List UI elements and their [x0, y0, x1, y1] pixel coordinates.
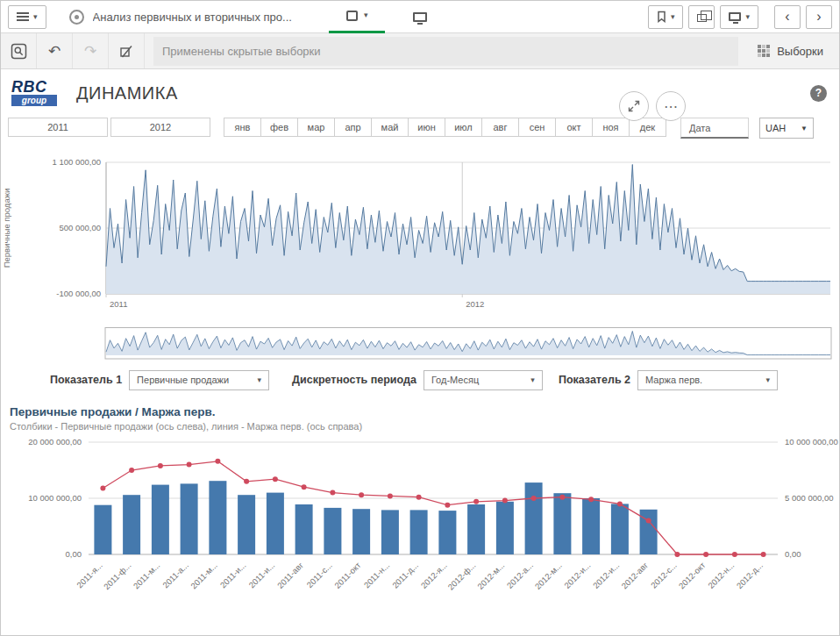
svg-text:10 000 000,00: 10 000 000,00 [785, 437, 838, 447]
period-value: Год-Месяц [431, 375, 479, 385]
selections-grid-icon [758, 45, 770, 57]
step-back-icon: ↶ [48, 42, 61, 61]
chevron-right-icon: › [816, 10, 821, 24]
svg-text:0,00: 0,00 [785, 549, 801, 559]
page-title: ДИНАМИКА [76, 83, 178, 104]
month-filter-mar[interactable]: мар [297, 118, 335, 137]
timeline-navigator[interactable] [1, 326, 839, 365]
month-filter-feb[interactable]: фев [260, 118, 298, 137]
svg-text:2011-ф...: 2011-ф... [102, 561, 133, 592]
selections-back-button[interactable]: ↶ [37, 33, 73, 68]
top-toolbar: ▾ Анализ первичных и вторичных про... ▾ … [1, 1, 839, 33]
svg-text:2012-авг: 2012-авг [619, 560, 650, 590]
chevron-down-icon: ▾ [765, 376, 770, 384]
logo-text-group: group [11, 95, 57, 106]
expand-icon [628, 100, 640, 112]
svg-text:1 100 000,00: 1 100 000,00 [53, 157, 101, 167]
main-menu-button[interactable]: ▾ [8, 5, 46, 29]
chevron-left-icon: ‹ [785, 10, 789, 24]
svg-text:2012-окт: 2012-окт [677, 560, 708, 590]
svg-text:2012-ф...: 2012-ф... [445, 561, 477, 592]
svg-text:2012-м...: 2012-м... [475, 561, 506, 591]
combo-chart-svg[interactable]: 20 000 000,0010 000 000,000,0010 000 000… [1, 435, 840, 615]
present-monitor-button[interactable]: ▾ [720, 5, 758, 29]
clear-selections-icon [119, 44, 134, 59]
toolbar-right-group: ▾ ▾ ‹ › [648, 5, 832, 29]
presentation-icon [413, 12, 427, 22]
controls-row: Показатель 1 Первичные продажи ▾ Дискрет… [1, 368, 839, 391]
rbc-group-logo: RBC group [11, 80, 57, 106]
month-filter-jul[interactable]: июл [445, 118, 482, 137]
month-filter-nov[interactable]: ноя [592, 118, 630, 137]
chevron-down-icon: ▾ [530, 376, 535, 384]
timeline-chart-svg[interactable]: 1 100 000,00500 000,00-100 000,002011201… [1, 149, 840, 312]
svg-text:2011-а...: 2011-а... [160, 561, 190, 590]
selections-message: Применены скрытые выборки [153, 37, 738, 66]
app-info-icon [69, 10, 84, 25]
month-filter-sep[interactable]: сен [518, 118, 556, 137]
prev-sheet-button[interactable]: ‹ [774, 5, 801, 29]
sheet-navigation-button[interactable]: ▾ [329, 1, 386, 33]
svg-text:2012-н...: 2012-н... [706, 561, 736, 590]
minimap-svg[interactable] [1, 326, 840, 361]
svg-text:20 000 000,00: 20 000 000,00 [28, 437, 82, 447]
currency-select[interactable]: UAH ▼ [759, 118, 814, 139]
svg-text:2012-а...: 2012-а... [505, 561, 535, 590]
svg-text:2011-и...: 2011-и... [246, 561, 276, 590]
smart-search-button[interactable] [1, 33, 37, 68]
month-filter-aug[interactable]: авг [481, 118, 519, 137]
period-select[interactable]: Год-Месяц ▾ [424, 370, 543, 390]
svg-text:500 000,00: 500 000,00 [59, 223, 101, 232]
svg-text:2011-м...: 2011-м... [189, 561, 219, 591]
duplicate-sheet-button[interactable] [688, 5, 715, 29]
next-sheet-button[interactable]: › [806, 5, 832, 29]
svg-text:2012: 2012 [466, 299, 484, 309]
indicator2-select[interactable]: Маржа перв. ▾ [637, 370, 778, 390]
month-filter-jan[interactable]: янв [224, 118, 261, 137]
chevron-down-icon: ▾ [33, 13, 38, 21]
svg-text:2011-авг: 2011-авг [275, 560, 306, 590]
chevron-down-icon: ▼ [801, 125, 808, 132]
app-title: Анализ первичных и вторичных про... [93, 11, 292, 24]
svg-text:2012-с...: 2012-с... [649, 561, 679, 590]
year-filter-2012[interactable]: 2012 [110, 118, 210, 137]
clear-selections-button[interactable] [109, 33, 145, 68]
svg-text:2011-я...: 2011-я... [75, 561, 104, 590]
presentation-button[interactable] [406, 1, 434, 33]
svg-text:-100 000,00: -100 000,00 [56, 289, 101, 298]
expand-chart-button[interactable] [619, 91, 649, 121]
selections-label: Выборки [777, 45, 823, 58]
chevron-down-icon: ▾ [258, 376, 262, 384]
svg-text:2012-и...: 2012-и... [562, 561, 592, 590]
month-filter-jun[interactable]: июн [408, 118, 445, 137]
more-options-icon: ⋯ [664, 98, 678, 115]
indicator1-label: Показатель 1 [50, 374, 122, 386]
chevron-down-icon: ▾ [671, 13, 675, 21]
year-filter-2011[interactable]: 2011 [8, 118, 108, 137]
svg-text:2011-окт: 2011-окт [332, 560, 363, 590]
indicator2-label: Показатель 2 [559, 374, 630, 386]
svg-text:2011-и...: 2011-и... [218, 561, 248, 590]
indicator1-value: Первичные продажи [137, 375, 229, 385]
sheet-header: RBC group ДИНАМИКА ? [1, 69, 839, 113]
svg-text:2012-я...: 2012-я... [419, 561, 449, 590]
selections-tool-button[interactable]: Выборки [751, 45, 830, 58]
indicator1-select[interactable]: Первичные продажи ▾ [129, 370, 269, 390]
svg-text:2011: 2011 [110, 299, 127, 309]
help-button[interactable]: ? [810, 85, 827, 102]
chart-menu-button[interactable]: ⋯ [656, 91, 686, 121]
sheet-nav-group: ▾ [329, 1, 435, 33]
month-filter-may[interactable]: май [371, 118, 409, 137]
month-filter-oct[interactable]: окт [555, 118, 593, 137]
filter-row: 2011 2012 янв фев мар апр май июн июл ав… [1, 113, 839, 142]
month-filter-apr[interactable]: апр [334, 118, 372, 137]
primary-sales-timeline-chart[interactable]: 1 100 000,00500 000,00-100 000,002011201… [1, 149, 839, 316]
date-search-input[interactable]: Дата [680, 118, 749, 139]
bookmark-button[interactable]: ▾ [648, 5, 684, 29]
svg-text:0,00: 0,00 [66, 549, 82, 559]
month-filter-list: янв фев мар апр май июн июл авг сен окт … [224, 118, 666, 137]
selections-forward-button[interactable]: ↷ [73, 33, 109, 68]
duplicate-icon [697, 14, 707, 22]
svg-text:5 000 000,00: 5 000 000,00 [785, 493, 833, 503]
hamburger-icon [17, 12, 29, 21]
